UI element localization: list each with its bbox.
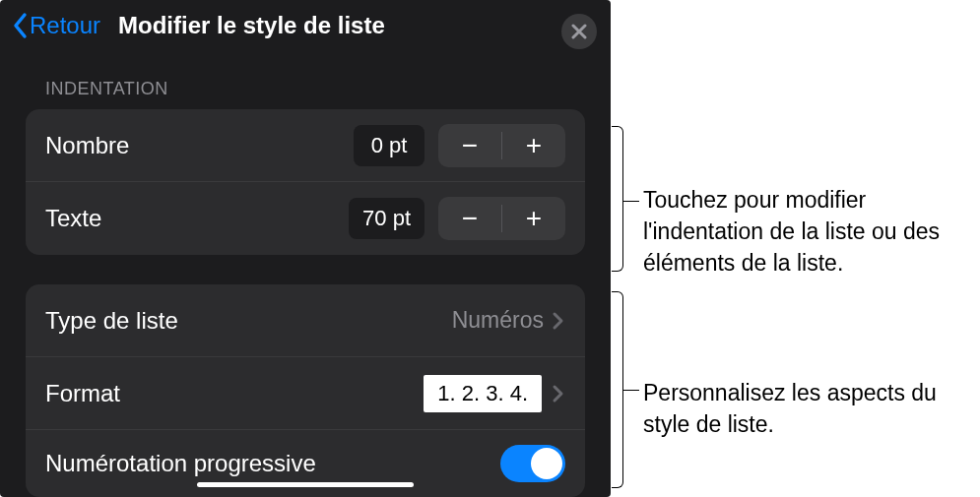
number-indent-decrease[interactable]: − bbox=[438, 124, 501, 167]
text-indent-value[interactable]: 70 pt bbox=[349, 198, 425, 239]
callout-line-1 bbox=[623, 201, 639, 202]
indentation-section-header: INDENTATION bbox=[0, 51, 611, 109]
panel-header: Retour Modifier le style de liste bbox=[0, 0, 611, 51]
chevron-left-icon bbox=[12, 12, 28, 39]
text-indent-label: Texte bbox=[45, 205, 349, 232]
list-type-label: Type de liste bbox=[45, 307, 452, 335]
chevron-right-icon bbox=[552, 311, 565, 331]
home-indicator bbox=[197, 482, 414, 487]
indentation-callout: Touchez pour modifier l'indentation de l… bbox=[643, 184, 980, 280]
style-bracket bbox=[612, 291, 623, 488]
settings-panel: Retour Modifier le style de liste INDENT… bbox=[0, 0, 611, 497]
progressive-numbering-toggle[interactable] bbox=[500, 445, 565, 482]
number-indent-stepper: − + bbox=[438, 124, 565, 167]
back-button[interactable]: Retour bbox=[12, 12, 100, 39]
list-type-row[interactable]: Type de liste Numéros bbox=[26, 284, 585, 357]
chevron-right-icon bbox=[552, 384, 565, 404]
list-settings-group: Type de liste Numéros Format 1. 2. 3. 4.… bbox=[26, 284, 585, 497]
close-icon bbox=[571, 24, 587, 39]
number-indent-row: Nombre 0 pt − + bbox=[26, 109, 585, 182]
number-indent-value[interactable]: 0 pt bbox=[354, 125, 425, 166]
style-callout: Personnalisez les aspects du style de li… bbox=[643, 377, 980, 440]
text-indent-stepper: − + bbox=[438, 197, 565, 240]
list-type-value: Numéros bbox=[452, 307, 544, 334]
format-preview: 1. 2. 3. 4. bbox=[424, 375, 542, 412]
callout-line-2 bbox=[623, 390, 639, 391]
panel-title: Modifier le style de liste bbox=[118, 12, 385, 39]
toggle-knob bbox=[531, 448, 562, 479]
text-indent-increase[interactable]: + bbox=[502, 197, 565, 240]
panel-content: INDENTATION Nombre 0 pt − + Texte 70 pt … bbox=[0, 51, 611, 497]
format-row[interactable]: Format 1. 2. 3. 4. bbox=[26, 357, 585, 430]
number-indent-increase[interactable]: + bbox=[502, 124, 565, 167]
text-indent-decrease[interactable]: − bbox=[438, 197, 501, 240]
close-button[interactable] bbox=[561, 14, 597, 49]
back-label: Retour bbox=[30, 12, 100, 39]
indentation-bracket bbox=[612, 126, 623, 272]
format-label: Format bbox=[45, 380, 424, 407]
number-indent-label: Nombre bbox=[45, 132, 354, 159]
annotations: Touchez pour modifier l'indentation de l… bbox=[625, 0, 980, 497]
text-indent-row: Texte 70 pt − + bbox=[26, 182, 585, 255]
indentation-group: Nombre 0 pt − + Texte 70 pt − + bbox=[26, 109, 585, 255]
progressive-numbering-label: Numérotation progressive bbox=[45, 450, 500, 477]
